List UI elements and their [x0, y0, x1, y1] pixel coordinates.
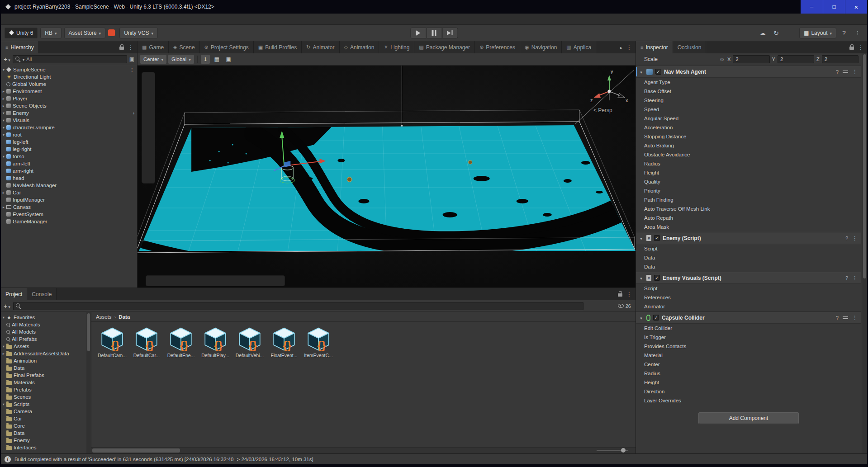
- minimize-button[interactable]: [801, 0, 823, 14]
- presets-icon[interactable]: [843, 316, 848, 320]
- expand-arrow-icon[interactable]: ▾: [1, 67, 6, 72]
- folder-item[interactable]: ▾ Assets: [1, 343, 91, 350]
- add-component-button[interactable]: Add Component: [698, 412, 799, 424]
- menu-item[interactable]: [45, 14, 53, 24]
- folder-item[interactable]: Interfaces: [1, 444, 91, 451]
- tool-button[interactable]: [143, 95, 154, 106]
- folder-item[interactable]: ▸ AddressableAssetsData: [1, 350, 91, 357]
- tree-scrollbar[interactable]: [86, 312, 91, 453]
- tool-button[interactable]: [143, 85, 154, 95]
- help-icon[interactable]: [845, 275, 848, 281]
- lock-icon[interactable]: [119, 47, 124, 50]
- expand-arrow-icon[interactable]: ▸: [1, 89, 6, 94]
- menu-item[interactable]: [53, 14, 62, 24]
- hierarchy-item[interactable]: arm-left: [1, 160, 137, 167]
- hierarchy-item[interactable]: NavMesh Manager: [1, 182, 137, 189]
- component-header-enemy-visuals[interactable]: Enemy Visuals (Script): [636, 272, 861, 284]
- tab-overflow-icon[interactable]: [620, 44, 622, 51]
- menu-item[interactable]: [5, 14, 13, 24]
- project-search-input[interactable]: [13, 302, 583, 310]
- foldout-arrow-icon[interactable]: [639, 315, 644, 321]
- asset-store-button[interactable]: Asset Store: [64, 28, 106, 38]
- toolbar-icon[interactable]: ↻: [770, 28, 782, 38]
- menu-item[interactable]: [37, 14, 45, 24]
- scene-toolbar-icon[interactable]: [560, 55, 570, 64]
- viewport-tool-icon[interactable]: [229, 276, 242, 285]
- component-header-nav-mesh-agent[interactable]: Nav Mesh Agent: [636, 66, 861, 78]
- component-menu-icon[interactable]: [852, 69, 858, 75]
- panel-menu-icon[interactable]: [626, 291, 632, 297]
- foldout-arrow-icon[interactable]: [639, 69, 644, 75]
- lock-icon[interactable]: [618, 293, 622, 297]
- horizontal-scrollbar-thumb[interactable]: [92, 448, 180, 453]
- scale-z-field[interactable]: 2: [822, 55, 859, 63]
- status-message[interactable]: Build completed with a result of 'Succee…: [14, 457, 313, 462]
- hierarchy-item[interactable]: ▾ torso: [1, 153, 137, 160]
- editor-tab[interactable]: ▣ Build Profiles: [254, 41, 302, 53]
- folder-item[interactable]: Car: [1, 415, 91, 422]
- scale-y-field[interactable]: 2: [778, 55, 814, 63]
- hidden-items-count[interactable]: 26: [618, 303, 631, 309]
- hierarchy-item[interactable]: ▾ root: [1, 131, 137, 138]
- component-enabled-checkbox[interactable]: [654, 275, 660, 281]
- scene-toolbar-icon[interactable]: [498, 55, 508, 64]
- tab-console[interactable]: Console: [27, 288, 57, 300]
- foldout-arrow-icon[interactable]: [639, 235, 644, 241]
- hierarchy-search-input[interactable]: All: [13, 55, 127, 63]
- scene-toolbar-icon[interactable]: [602, 55, 612, 64]
- expand-arrow-icon[interactable]: ▾: [1, 111, 6, 115]
- toolbar-icon[interactable]: [784, 28, 796, 38]
- hierarchy-item[interactable]: leg-right: [1, 146, 137, 153]
- constrain-proportions-icon[interactable]: [720, 56, 727, 62]
- folder-item[interactable]: Animation: [1, 357, 91, 364]
- folder-item[interactable]: Materials: [1, 379, 91, 386]
- expand-arrow-icon[interactable]: ▸: [1, 205, 6, 209]
- breadcrumb-current[interactable]: Data: [119, 314, 130, 320]
- asset-item[interactable]: {} DefaultCam...: [95, 326, 129, 358]
- pause-button[interactable]: [426, 28, 442, 38]
- viewport-tool-icon[interactable]: [256, 276, 269, 285]
- editor-tab[interactable]: ▤ Package Manager: [414, 41, 475, 53]
- hierarchy-item[interactable]: ▸ Car: [1, 189, 137, 196]
- menu-item[interactable]: [78, 14, 86, 24]
- perspective-label[interactable]: < Persp: [593, 107, 612, 113]
- icon-size-slider[interactable]: [597, 450, 628, 451]
- folder-item[interactable]: All Materials: [1, 321, 91, 328]
- vcs-status-icon[interactable]: [108, 29, 115, 36]
- panel-menu-icon[interactable]: [626, 44, 632, 51]
- play-button[interactable]: [410, 28, 426, 38]
- viewport-tool-icon[interactable]: [189, 276, 201, 285]
- expand-arrow-icon[interactable]: ▾: [1, 344, 6, 349]
- item-trailing-icon[interactable]: ⋮: [128, 67, 134, 72]
- help-icon[interactable]: [845, 235, 848, 241]
- scrollbar-thumb[interactable]: [863, 54, 866, 278]
- editor-tab[interactable]: ↻ Animator: [302, 41, 339, 53]
- hierarchy-item[interactable]: ▾ Visuals: [1, 117, 137, 124]
- close-button[interactable]: [845, 0, 867, 14]
- expand-arrow-icon[interactable]: ▸: [1, 104, 6, 108]
- scene-toolbar-icon[interactable]: [612, 55, 622, 64]
- help-icon[interactable]: [836, 69, 839, 75]
- viewport-tool-icon[interactable]: [161, 276, 174, 285]
- editor-tab[interactable]: ⊛ Preferences: [475, 41, 520, 53]
- create-asset-button[interactable]: [4, 302, 10, 310]
- tool-button[interactable]: [143, 160, 154, 171]
- menu-item[interactable]: [70, 14, 78, 24]
- viewport-tool-icon[interactable]: [202, 276, 215, 285]
- space-dropdown[interactable]: Global: [168, 55, 194, 64]
- create-object-button[interactable]: [4, 56, 10, 63]
- tool-button[interactable]: [143, 171, 154, 182]
- hierarchy-item[interactable]: ▾ Enemy ›: [1, 109, 137, 117]
- tab-occlusion[interactable]: Occlusion: [673, 41, 707, 53]
- hierarchy-item[interactable]: EventSystem: [1, 211, 137, 218]
- asset-item[interactable]: {} DefaultEne...: [164, 326, 198, 358]
- unity-version-button[interactable]: Unity 6: [5, 28, 38, 38]
- asset-item[interactable]: {} DefaultCar...: [129, 326, 164, 358]
- folder-item[interactable]: Data: [1, 364, 91, 372]
- asset-item[interactable]: {} DefaultVehi...: [232, 326, 267, 358]
- scene-toolbar-icon[interactable]: [623, 55, 633, 64]
- editor-tab[interactable]: ▦ Game: [138, 41, 169, 53]
- folder-item[interactable]: Scenes: [1, 393, 91, 401]
- tool-button[interactable]: [143, 117, 154, 127]
- hierarchy-item[interactable]: head: [1, 175, 137, 182]
